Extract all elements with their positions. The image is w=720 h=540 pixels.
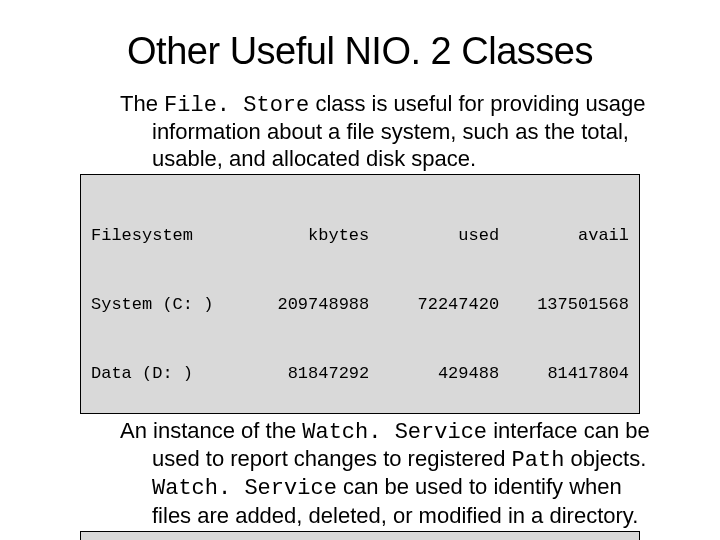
table-row: Data (D: )8184729242948881417804: [91, 363, 629, 386]
para1-text-a: The: [120, 91, 164, 116]
table-row: System (C: )20974898872247420137501568: [91, 294, 629, 317]
para2-code-watchservice1: Watch. Service: [302, 420, 487, 445]
table-header-row: Filesystemkbytesusedavail: [91, 225, 629, 248]
cell-fs-name: System (C: ): [91, 294, 263, 317]
para1-code-filestore: File. Store: [164, 93, 309, 118]
cell-used: 72247420: [392, 294, 499, 317]
cell-avail: 81417804: [522, 363, 629, 386]
slide-title: Other Useful NIO. 2 Classes: [50, 30, 670, 73]
cell-used: 429488: [392, 363, 499, 386]
cell-kbytes: 81847292: [263, 363, 370, 386]
col-header-avail: avail: [522, 225, 629, 248]
cell-fs-name: Data (D: ): [91, 363, 263, 386]
col-header-used: used: [392, 225, 499, 248]
filesystem-table: Filesystemkbytesusedavail System (C: )20…: [80, 174, 640, 413]
col-header-filesystem: Filesystem: [91, 225, 263, 248]
cell-kbytes: 209748988: [263, 294, 370, 317]
watch-events-box: ENTRY_CREATE: D: \test\New Text Document…: [80, 531, 640, 540]
para2-code-watchservice2: Watch. Service: [152, 476, 337, 501]
col-header-kbytes: kbytes: [263, 225, 370, 248]
para2-code-path: Path: [512, 448, 565, 473]
paragraph-filestore: The File. Store class is useful for prov…: [120, 91, 660, 172]
paragraph-watchservice: An instance of the Watch. Service interf…: [120, 418, 660, 530]
cell-avail: 137501568: [522, 294, 629, 317]
para2-text-a: An instance of the: [120, 418, 302, 443]
para2-text-c: objects.: [564, 446, 646, 471]
